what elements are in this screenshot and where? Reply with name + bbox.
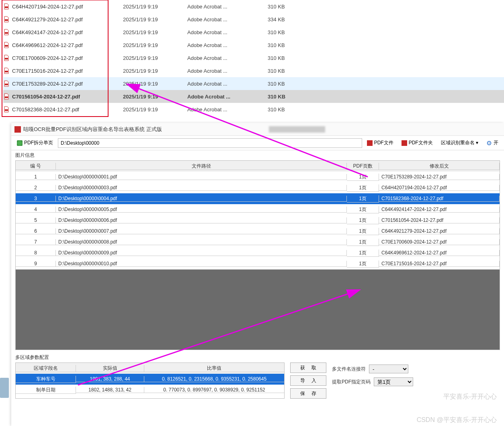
cell-path: D:\Desktop\00000\0005.pdf <box>56 207 347 213</box>
svg-rect-8 <box>5 109 8 111</box>
path-input[interactable] <box>58 138 362 148</box>
taskbar-fragment <box>0 378 9 398</box>
file-row[interactable]: C70E1753289-2024-12-27.pdf2025/1/19 9:19… <box>3 77 504 90</box>
cfg-ratio: 0. 770073, 0. 8997697, 0. 9038929, 0. 92… <box>144 387 284 393</box>
settings-button[interactable]: 开 <box>483 137 502 149</box>
col-newname[interactable]: 修改后文 <box>379 163 500 170</box>
cell-number: 7 <box>16 239 56 245</box>
file-name: C64K4921279-2024-12-27.pdf <box>12 16 83 23</box>
pdf-split-button[interactable]: PDF拆分单页 <box>14 137 56 149</box>
cell-pages: 1页 <box>347 260 379 268</box>
file-name: C70E1700609-2024-12-27.pdf <box>12 55 83 61</box>
config-header: 区域字段名 实际值 比率值 <box>16 363 284 374</box>
table-row[interactable]: 9D:\Desktop\00000\0010.pdf1页C70E1715016-… <box>16 258 500 269</box>
file-row[interactable]: C701561054-2024-12-27.pdf2025/1/19 9:19A… <box>3 90 504 103</box>
pdf-icon <box>3 106 10 113</box>
file-grid: 编 号 文件路径 PDF页数 修改后文 1D:\Desktop\00000\00… <box>15 160 500 270</box>
config-grid: 区域字段名 实际值 比率值 车种车号1901, 383, 288, 440. 8… <box>15 363 285 399</box>
cell-path: D:\Desktop\00000\0004.pdf <box>56 196 347 202</box>
region-rename-dropdown[interactable]: 区域识别重命名 ▾ <box>438 137 481 149</box>
file-type: Adobe Acrobat ... <box>187 94 268 100</box>
file-type: Adobe Acrobat ... <box>187 81 268 87</box>
file-row[interactable]: C64K4921279-2024-12-27.pdf2025/1/19 9:19… <box>3 13 504 26</box>
cell-pages: 1页 <box>347 206 379 213</box>
pdf-folder-button[interactable]: PDF文件夹 <box>398 137 436 149</box>
file-date: 2025/1/19 9:19 <box>123 42 187 48</box>
table-row[interactable]: 4D:\Desktop\00000\0005.pdf1页C64K4924147-… <box>16 204 500 215</box>
toolbar: PDF拆分单页 PDF文件 PDF文件夹 区域识别重命名 ▾ 开 <box>11 136 504 150</box>
gear-icon <box>486 140 492 146</box>
file-name: C701582368-2024-12-27.pdf <box>12 106 79 113</box>
cfg-field: 车种车号 <box>16 376 76 383</box>
joiner-select[interactable]: - <box>369 365 408 373</box>
grid-header: 编 号 文件路径 PDF页数 修改后文 <box>16 161 500 172</box>
cell-number: 3 <box>16 196 56 202</box>
options-column: 多文件名连接符 - 提取PDF指定页码 第1页 <box>332 363 413 399</box>
file-row[interactable]: C70E1700609-2024-12-27.pdf2025/1/19 9:19… <box>3 51 504 64</box>
pdf-icon <box>3 29 10 35</box>
cell-pages: 1页 <box>347 174 379 181</box>
page-select[interactable]: 第1页 <box>374 377 413 386</box>
file-size: 310 KB <box>268 81 308 87</box>
table-row[interactable]: 1D:\Desktop\00000\0001.pdf1页C70E1753289-… <box>16 172 500 182</box>
file-size: 310 KB <box>268 68 308 74</box>
file-row[interactable]: C70E1715016-2024-12-27.pdf2025/1/19 9:19… <box>3 64 504 77</box>
table-row[interactable]: 3D:\Desktop\00000\0004.pdf1页C701582368-2… <box>16 193 500 204</box>
cell-newname: C70E1753289-2024-12-27.pdf <box>379 174 500 180</box>
file-row[interactable]: C64H4207194-2024-12-27.pdf2025/1/19 9:19… <box>3 0 504 13</box>
titlebar[interactable]: 咕嘎OCR批量PDF识别区域内容重命名导出表格系统 正式版 <box>11 123 504 136</box>
cell-path: D:\Desktop\00000\0010.pdf <box>56 261 347 267</box>
col-field[interactable]: 区域字段名 <box>16 365 76 372</box>
config-row[interactable]: 车种车号1901, 383, 288, 440. 8126521, 0. 231… <box>16 374 284 385</box>
svg-rect-6 <box>5 84 8 85</box>
section-multi-region: 多区域参数配置 <box>11 352 504 363</box>
table-row[interactable]: 5D:\Desktop\00000\0006.pdf1页C701561054-2… <box>16 215 500 226</box>
table-row[interactable]: 6D:\Desktop\00000\0007.pdf1页C64K4921279-… <box>16 226 500 237</box>
svg-point-10 <box>489 142 490 143</box>
file-explorer: C64H4207194-2024-12-27.pdf2025/1/19 9:19… <box>3 0 504 116</box>
file-row[interactable]: C64K4969612-2024-12-27.pdf2025/1/19 9:19… <box>3 39 504 51</box>
import-button[interactable]: 导 入 <box>290 375 326 386</box>
file-date: 2025/1/19 9:19 <box>123 68 187 74</box>
blurred-region <box>269 126 325 133</box>
pdf-icon <box>3 80 10 87</box>
cell-newname: C70E1700609-2024-12-27.pdf <box>379 239 500 245</box>
pdf-icon <box>3 16 10 23</box>
table-row[interactable]: 7D:\Desktop\00000\0008.pdf1页C70E1700609-… <box>16 237 500 248</box>
cell-newname: C64H4207194-2024-12-27.pdf <box>379 185 500 191</box>
svg-rect-4 <box>5 58 8 59</box>
config-row[interactable]: 制单日期1802, 1488, 313, 420. 770073, 0. 899… <box>16 385 284 395</box>
file-type: Adobe Acrobat ... <box>187 16 268 23</box>
table-row[interactable]: 2D:\Desktop\00000\0003.pdf1页C64H4207194-… <box>16 182 500 193</box>
file-type: Adobe Acrobat ... <box>187 42 268 48</box>
cell-newname: C701561054-2024-12-27.pdf <box>379 217 500 223</box>
pdf-icon <box>402 140 407 146</box>
cell-number: 4 <box>16 207 56 213</box>
bottom-panel: 区域字段名 实际值 比率值 车种车号1901, 383, 288, 440. 8… <box>11 363 504 399</box>
col-number[interactable]: 编 号 <box>16 163 56 170</box>
file-type: Adobe Acrobat ... <box>187 29 268 35</box>
cell-path: D:\Desktop\00000\0003.pdf <box>56 185 347 191</box>
col-pages[interactable]: PDF页数 <box>347 163 379 170</box>
col-actual[interactable]: 实际值 <box>76 365 144 372</box>
pdf-file-button[interactable]: PDF文件 <box>364 137 397 149</box>
file-date: 2025/1/19 9:19 <box>123 4 187 10</box>
pdf-icon <box>3 55 10 61</box>
file-row[interactable]: C64K4924147-2024-12-27.pdf2025/1/19 9:19… <box>3 26 504 39</box>
save-button[interactable]: 保 存 <box>290 388 326 399</box>
col-ratio[interactable]: 比率值 <box>144 365 284 372</box>
cell-path: D:\Desktop\00000\0007.pdf <box>56 228 347 234</box>
label: PDF文件 <box>374 139 393 146</box>
file-name: C701561054-2024-12-27.pdf <box>12 94 80 100</box>
cell-pages: 1页 <box>347 195 379 203</box>
file-date: 2025/1/19 9:19 <box>123 81 187 87</box>
file-row[interactable]: C701582368-2024-12-27.pdf2025/1/19 9:19A… <box>3 103 504 116</box>
file-type: Adobe Acrobat ... <box>187 55 268 61</box>
col-path[interactable]: 文件路径 <box>56 163 347 170</box>
table-row[interactable]: 8D:\Desktop\00000\0009.pdf1页C64K4969612-… <box>16 248 500 258</box>
get-button[interactable]: 获 取 <box>290 363 326 373</box>
cell-number: 8 <box>16 250 56 256</box>
file-size: 334 KB <box>268 16 308 23</box>
button-column: 获 取 导 入 保 存 <box>290 363 326 399</box>
joiner-label: 多文件名连接符 <box>332 366 366 373</box>
